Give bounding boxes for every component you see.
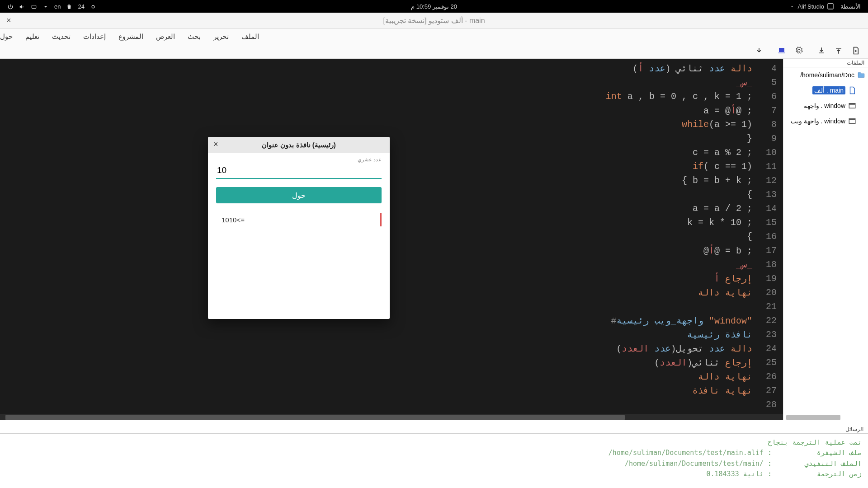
open-icon[interactable] — [835, 47, 843, 56]
code-line[interactable]: 25إرجاع ثنائي(العدد) — [9, 356, 783, 370]
code-line[interactable]: 15k = k * 10 ; — [9, 216, 783, 230]
keyboard-lang[interactable]: en — [54, 3, 61, 10]
code-content: { — [747, 189, 759, 200]
code-line[interactable]: 23نافذة رئيسية — [9, 328, 783, 342]
menu-view[interactable]: العرض — [156, 33, 175, 41]
file-tree: الملفات /home/suliman/Doc ألف . mainواجه… — [783, 59, 868, 420]
code-line[interactable]: 27نهاية نافذة — [9, 384, 783, 398]
input-label: عدد عشري — [216, 157, 382, 163]
code-content: نهاية نافذة — [693, 385, 759, 396]
code-line[interactable]: 4دالة عدد ثنائي (عدد أ) — [9, 61, 783, 75]
svg-rect-4 — [849, 103, 855, 105]
tray-icon[interactable] — [31, 3, 37, 10]
close-icon[interactable]: × — [6, 16, 11, 25]
messages-body: تمت عملية الترجمة بنجاحملف الشيفرة : /ho… — [0, 434, 868, 483]
modal-title: (رئيسية) نافذة بدون عنوان — [208, 141, 390, 149]
build-icon[interactable] — [778, 47, 786, 56]
line-number: 25 — [759, 357, 783, 368]
tree-file[interactable]: واجهة ويب . window — [783, 113, 868, 129]
clock[interactable]: 20 نوفمبر 10:59 م — [411, 3, 457, 10]
system-bar: en 24 20 نوفمبر 10:59 م الأنشطة Alif Stu… — [0, 0, 868, 13]
window-icon — [848, 117, 856, 125]
app-icon — [827, 3, 834, 10]
tree-root-label: /home/suliman/Doc — [800, 71, 854, 79]
convert-button[interactable]: حول — [216, 187, 382, 203]
code-line[interactable]: 22#واجهة_ويب رئيسية "window" — [9, 314, 783, 328]
line-number: 12 — [759, 175, 783, 186]
svg-rect-2 — [828, 4, 833, 9]
code-line[interactable]: 7a = @أ@ ; — [9, 103, 783, 117]
gear-icon[interactable] — [795, 47, 803, 56]
filetree-hscroll[interactable] — [786, 415, 840, 420]
code-line[interactable]: 18_س_ — [9, 258, 783, 272]
code-line[interactable]: 20نهاية دالة — [9, 286, 783, 300]
editor-hscroll-thumb[interactable] — [5, 415, 625, 420]
code-content: a = @أ@ ; — [703, 105, 759, 116]
filetree-title: الملفات — [783, 59, 868, 67]
modal-header[interactable]: (رئيسية) نافذة بدون عنوان × — [208, 137, 390, 153]
line-number: 21 — [759, 301, 783, 312]
line-number: 5 — [759, 77, 783, 88]
code-content: _س_ — [736, 77, 759, 88]
code-content: إرجاع أ — [714, 273, 759, 284]
code-line[interactable]: 6int a , b = 0 , c , k = 1 ; — [9, 89, 783, 103]
tree-file-label: واجهة . window — [804, 102, 845, 109]
code-content: int a , b = 0 , c , k = 1 ; — [606, 91, 759, 102]
menu-learn[interactable]: تعليم — [25, 33, 39, 41]
code-line[interactable]: 11if( c == 1) — [9, 160, 783, 174]
volume-icon[interactable] — [19, 3, 25, 10]
code-line[interactable]: 13{ — [9, 188, 783, 202]
code-editor[interactable]: 4دالة عدد ثنائي (عدد أ)5_س_6int a , b = … — [0, 59, 783, 420]
code-line[interactable]: 19إرجاع أ — [9, 272, 783, 286]
messages-title: الرسائل — [0, 425, 868, 434]
trash-icon[interactable] — [66, 3, 72, 10]
editor-hscroll-track[interactable] — [0, 414, 783, 420]
runtime-window: (رئيسية) نافذة بدون عنوان × عدد عشري حول… — [208, 137, 390, 319]
menu-edit[interactable]: تحرير — [213, 33, 229, 41]
line-number: 9 — [759, 133, 783, 144]
menu-file[interactable]: الملف — [241, 33, 259, 41]
code-line[interactable]: 9} — [9, 131, 783, 145]
line-number: 27 — [759, 385, 783, 396]
activities[interactable]: الأنشطة — [840, 3, 861, 10]
new-file-icon[interactable] — [852, 47, 860, 56]
menu-settings[interactable]: إعدادات — [83, 33, 106, 41]
date-badge: 24 — [78, 3, 84, 10]
power-icon[interactable] — [7, 3, 14, 10]
code-line[interactable]: 21 — [9, 300, 783, 314]
code-line[interactable]: 17@أ@ = b ; — [9, 244, 783, 258]
close-icon[interactable]: × — [213, 140, 218, 149]
save-icon[interactable] — [817, 47, 826, 56]
code-line[interactable]: 26نهاية دالة — [9, 370, 783, 384]
code-line[interactable]: 16{ — [9, 230, 783, 244]
arrow-down-icon[interactable] — [755, 47, 763, 56]
line-number: 8 — [759, 119, 783, 130]
code-content: نهاية دالة — [698, 371, 759, 382]
code-line[interactable]: 24دالة عدد تحويل(عدد العدد) — [9, 342, 783, 356]
code-line[interactable]: 10c = a % 2 ; — [9, 145, 783, 160]
code-line[interactable]: 8while(a >= 1) — [9, 117, 783, 131]
active-app[interactable]: Alif Studio — [789, 3, 834, 10]
tree-file[interactable]: واجهة . window — [783, 98, 868, 113]
code-line[interactable]: 5_س_ — [9, 75, 783, 89]
folder-icon — [857, 71, 865, 79]
active-app-label: Alif Studio — [797, 3, 824, 10]
document-icon — [848, 86, 856, 94]
line-number: 19 — [759, 273, 783, 284]
menu-search[interactable]: بحث — [188, 33, 201, 41]
code-line[interactable]: 14a = a / 2 ; — [9, 202, 783, 216]
line-number: 23 — [759, 329, 783, 340]
tree-root[interactable]: /home/suliman/Doc — [783, 67, 868, 83]
menu-about[interactable]: حول — [0, 33, 13, 41]
code-line[interactable]: 12{ b = b + k ; — [9, 174, 783, 188]
decimal-input[interactable] — [216, 164, 382, 179]
chevron-down-icon[interactable] — [42, 3, 49, 10]
window-title: ألف ستوديو [نسخة تجريبية] - main — [0, 16, 868, 25]
menu-project[interactable]: المشروع — [118, 33, 143, 41]
tree-file[interactable]: ألف . main — [783, 83, 868, 98]
weather-icon[interactable] — [90, 3, 96, 10]
menu-bar: الملف تحرير بحث العرض المشروع إعدادات تح… — [0, 29, 868, 44]
menu-update[interactable]: تحديث — [52, 33, 71, 41]
code-line[interactable]: 28 — [9, 398, 783, 412]
code-content: while(a >= 1) — [682, 119, 759, 130]
